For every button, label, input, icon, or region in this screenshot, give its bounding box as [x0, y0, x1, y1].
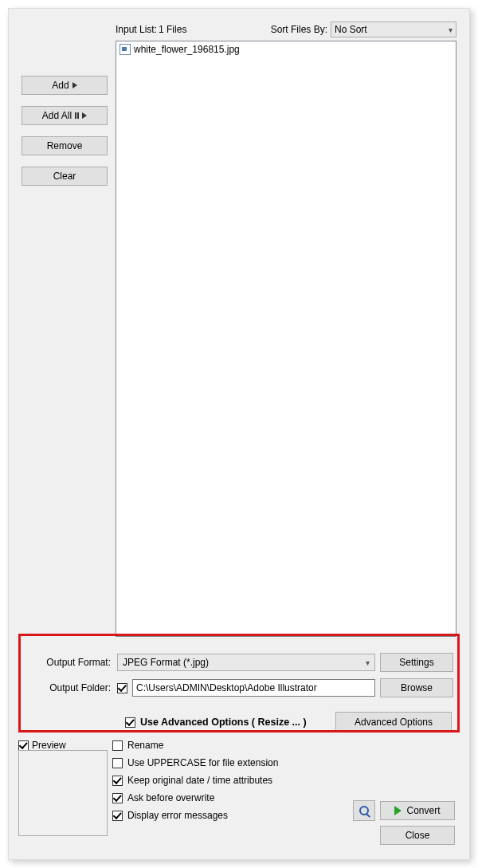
rename-checkbox[interactable] — [112, 740, 123, 751]
rename-option[interactable]: Rename — [112, 740, 278, 751]
input-list-count: 1 Files — [159, 24, 186, 35]
advanced-options-label: Advanced Options — [355, 717, 433, 728]
side-buttons: Add Add All Remove Clear — [22, 41, 108, 637]
display-errors-checkbox[interactable] — [112, 811, 123, 821]
preview-box — [18, 750, 108, 836]
browse-label: Browse — [401, 682, 433, 693]
remove-label: Remove — [47, 140, 83, 151]
display-errors-label: Display error messages — [127, 810, 228, 821]
keep-date-option[interactable]: Keep original date / time attributes — [112, 775, 278, 786]
output-format-value: JPEG Format (*.jpg) — [123, 657, 209, 668]
uppercase-label: Use UPPERCASE for file extension — [127, 757, 278, 768]
file-name: white_flower_196815.jpg — [134, 44, 240, 55]
chevron-down-icon: ▾ — [449, 26, 453, 34]
play-icon — [394, 806, 402, 815]
output-section: Output Format: JPEG Format (*.jpg) ▾ Set… — [22, 653, 456, 732]
preview-magnify-button[interactable] — [353, 800, 375, 821]
keep-date-label: Keep original date / time attributes — [127, 775, 272, 786]
arrow-right-icon — [82, 110, 87, 121]
input-list-label: Input List: — [116, 24, 157, 35]
advanced-options-button[interactable]: Advanced Options — [335, 712, 452, 732]
output-folder-checkbox[interactable] — [117, 683, 127, 693]
uppercase-option[interactable]: Use UPPERCASE for file extension — [112, 757, 278, 768]
sort-files-select[interactable]: No Sort ▾ — [331, 22, 456, 37]
arrow-right-icon — [72, 80, 77, 91]
image-file-icon — [120, 44, 131, 55]
double-arrow-icon — [75, 112, 79, 119]
magnifier-icon — [359, 806, 369, 815]
batch-window: Input List: 1 Files Sort Files By: No So… — [8, 8, 470, 860]
add-button[interactable]: Add — [22, 76, 108, 95]
use-advanced-label: Use Advanced Options ( Resize ... ) — [140, 717, 307, 728]
chevron-down-icon: ▾ — [366, 658, 370, 667]
sort-files-value: No Sort — [335, 24, 367, 35]
add-all-label: Add All — [42, 110, 72, 121]
rename-label: Rename — [127, 740, 163, 751]
options-column: Rename Use UPPERCASE for file extension … — [112, 740, 278, 821]
use-advanced-checkbox[interactable] — [125, 717, 135, 728]
preview-label: Preview — [32, 740, 66, 751]
settings-button[interactable]: Settings — [380, 653, 453, 672]
ask-overwrite-option[interactable]: Ask before overwrite — [112, 792, 278, 803]
convert-button[interactable]: Convert — [380, 801, 455, 820]
output-folder-input[interactable] — [132, 679, 375, 697]
ask-overwrite-checkbox[interactable] — [112, 793, 123, 803]
sort-files-label: Sort Files By: — [271, 24, 327, 35]
output-format-select[interactable]: JPEG Format (*.jpg) ▾ — [117, 654, 375, 671]
output-folder-row: Output Folder: Browse — [25, 678, 453, 697]
remove-button[interactable]: Remove — [22, 136, 108, 155]
preview-row: Preview — [18, 740, 66, 751]
add-label: Add — [52, 80, 69, 91]
top-row: Input List: 1 Files Sort Files By: No So… — [22, 22, 456, 37]
close-button[interactable]: Close — [380, 826, 455, 845]
browse-button[interactable]: Browse — [380, 678, 453, 697]
preview-checkbox[interactable] — [18, 740, 29, 751]
output-format-row: Output Format: JPEG Format (*.jpg) ▾ Set… — [25, 653, 453, 672]
uppercase-checkbox[interactable] — [112, 758, 123, 768]
settings-label: Settings — [399, 657, 433, 668]
bottom-buttons: Convert Close — [353, 800, 455, 845]
output-folder-label: Output Folder: — [25, 682, 112, 693]
ask-overwrite-label: Ask before overwrite — [127, 792, 214, 803]
add-all-button[interactable]: Add All — [22, 106, 108, 125]
close-label: Close — [406, 830, 430, 841]
display-errors-option[interactable]: Display error messages — [112, 810, 278, 821]
keep-date-checkbox[interactable] — [112, 776, 123, 786]
clear-button[interactable]: Clear — [22, 167, 108, 186]
output-format-label: Output Format: — [25, 657, 112, 668]
list-item[interactable]: white_flower_196815.jpg — [118, 43, 454, 56]
convert-label: Convert — [406, 805, 440, 816]
clear-label: Clear — [53, 171, 76, 182]
file-list[interactable]: white_flower_196815.jpg — [116, 41, 456, 637]
main-area: Add Add All Remove Clear white_flower_19… — [22, 41, 456, 637]
advanced-row: Use Advanced Options ( Resize ... ) Adva… — [25, 712, 453, 732]
